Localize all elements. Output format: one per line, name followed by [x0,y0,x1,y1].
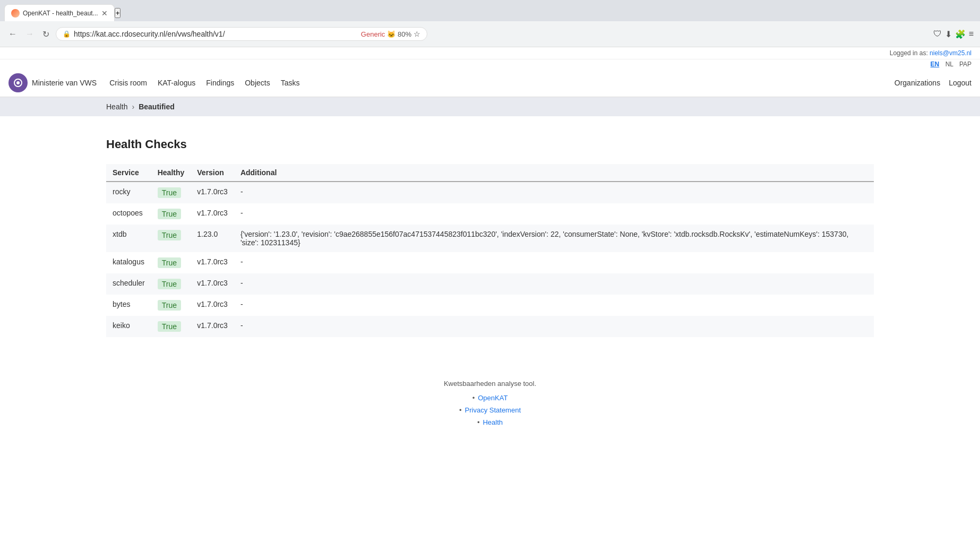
cell-healthy: True [151,316,191,337]
shield-icon[interactable]: 🛡 [933,29,942,39]
table-row: katalogusTruev1.7.0rc3- [106,252,874,273]
cell-service: scheduler [106,273,151,295]
active-tab[interactable]: OpenKAT - health_beaut... ✕ [4,4,115,21]
cell-version: v1.7.0rc3 [191,273,234,295]
nav-objects[interactable]: Objects [245,79,270,87]
logged-in-bar: Logged in as: niels@vm25.nl [0,47,980,59]
cell-version: 1.23.0 [191,225,234,252]
tab-title: OpenKAT - health_beaut... [23,10,98,17]
col-version: Version [191,164,234,182]
page-title: Health Checks [106,137,874,151]
main-content: Health Checks Service Healthy Version Ad… [0,116,980,358]
extensions-icon[interactable]: 🧩 [955,29,966,39]
nav-links: Crisis room KAT-alogus Findings Objects … [109,79,299,87]
logo-circle [8,73,28,92]
tab-close-button[interactable]: ✕ [101,9,108,18]
star-icon[interactable]: ☆ [414,30,420,38]
healthy-badge: True [158,300,181,311]
footer: Kwetsbaarheden analyse tool. OpenKAT Pri… [0,358,980,441]
cell-healthy: True [151,273,191,295]
table-row: xtdbTrue1.23.0{'version': '1.23.0', 'rev… [106,225,874,252]
table-row: bytesTruev1.7.0rc3- [106,295,874,316]
nav-organizations[interactable]: Organizations [895,79,940,87]
forward-button[interactable]: → [23,27,36,41]
footer-link-openkat: OpenKAT [8,394,972,402]
new-tab-button[interactable]: + [115,8,121,18]
footer-link-health: Health [8,418,972,426]
tab-favicon [11,9,20,18]
org-name: Ministerie van VWS [32,79,97,87]
cell-healthy: True [151,203,191,225]
cell-healthy: True [151,252,191,273]
browser-chrome: OpenKAT - health_beaut... ✕ + ← → ↻ 🔒 Ge… [0,0,980,47]
footer-links: OpenKAT Privacy Statement Health [8,394,972,426]
cell-additional: - [234,316,874,337]
nav-katalogus[interactable]: KAT-alogus [158,79,195,87]
col-healthy: Healthy [151,164,191,182]
download-icon[interactable]: ⬇ [945,29,952,39]
nav-right: Organizations Logout [895,79,972,87]
cell-healthy: True [151,225,191,252]
table-row: octopoesTruev1.7.0rc3- [106,203,874,225]
col-service: Service [106,164,151,182]
healthy-badge: True [158,230,181,240]
cell-version: v1.7.0rc3 [191,295,234,316]
healthy-badge: True [158,321,181,332]
app-logo: Ministerie van VWS [8,73,97,92]
cell-version: v1.7.0rc3 [191,203,234,225]
logged-in-user[interactable]: niels@vm25.nl [930,49,972,57]
cell-version: v1.7.0rc3 [191,316,234,337]
footer-link-privacy: Privacy Statement [8,406,972,414]
nav-logout[interactable]: Logout [949,79,972,87]
toolbar-icons: 🛡 ⬇ 🧩 ≡ [933,29,974,39]
logo-icon [13,78,23,88]
health-checks-table: Service Healthy Version Additional rocky… [106,164,874,337]
cell-service: bytes [106,295,151,316]
footer-openkat-link[interactable]: OpenKAT [478,394,508,402]
breadcrumb-health-link[interactable]: Health [106,102,127,111]
cell-service: rocky [106,182,151,203]
cell-version: v1.7.0rc3 [191,182,234,203]
address-bar-right: Generic 🐱 80% ☆ [361,30,420,38]
footer-health-link[interactable]: Health [483,418,503,426]
generic-badge: Generic 🐱 [361,30,396,38]
cell-additional: - [234,182,874,203]
cell-service: keiko [106,316,151,337]
healthy-badge: True [158,209,181,219]
table-row: keikoTruev1.7.0rc3- [106,316,874,337]
app-nav: Ministerie van VWS Crisis room KAT-alogu… [0,69,980,97]
healthy-badge: True [158,187,181,198]
lang-pap[interactable]: PAP [959,61,972,68]
cell-additional: - [234,252,874,273]
cell-service: octopoes [106,203,151,225]
lang-nl[interactable]: NL [945,61,953,68]
breadcrumb-bar: Health › Beautified [0,97,980,116]
footer-privacy-link[interactable]: Privacy Statement [465,406,521,414]
col-additional: Additional [234,164,874,182]
cell-additional: {'version': '1.23.0', 'revision': 'c9ae2… [234,225,874,252]
address-bar: 🔒 Generic 🐱 80% ☆ [56,27,427,41]
menu-icon[interactable]: ≡ [969,29,974,39]
table-row: rockyTruev1.7.0rc3- [106,182,874,203]
table-body: rockyTruev1.7.0rc3-octopoesTruev1.7.0rc3… [106,182,874,337]
healthy-badge: True [158,279,181,289]
table-header: Service Healthy Version Additional [106,164,874,182]
language-bar: EN NL PAP [0,59,980,69]
cell-service: katalogus [106,252,151,273]
cell-version: v1.7.0rc3 [191,252,234,273]
cell-additional: - [234,295,874,316]
nav-tasks[interactable]: Tasks [281,79,300,87]
nav-findings[interactable]: Findings [206,79,234,87]
nav-crisis-room[interactable]: Crisis room [109,79,147,87]
cell-healthy: True [151,182,191,203]
cell-additional: - [234,273,874,295]
cell-additional: - [234,203,874,225]
cell-service: xtdb [106,225,151,252]
lang-en[interactable]: EN [931,61,940,68]
lock-icon: 🔒 [63,30,71,38]
url-input[interactable] [74,30,358,38]
healthy-badge: True [158,257,181,268]
back-button[interactable]: ← [6,27,19,41]
reload-button[interactable]: ↻ [40,27,51,41]
logged-in-label: Logged in as: [890,49,928,57]
